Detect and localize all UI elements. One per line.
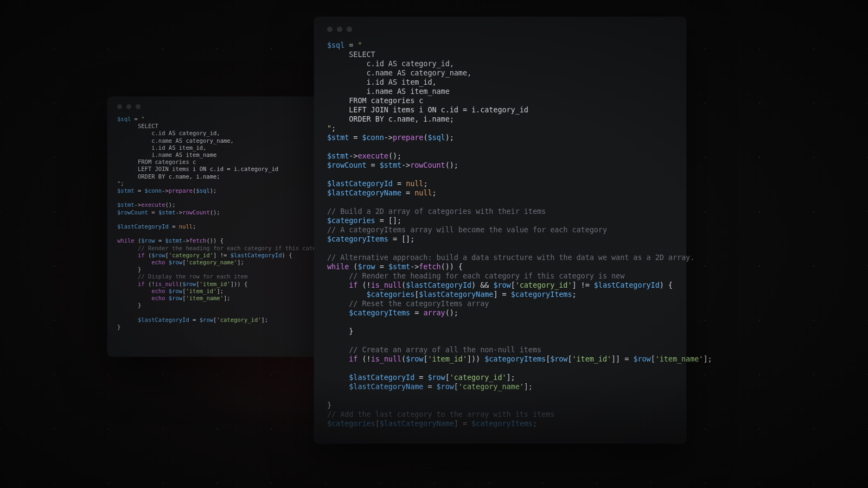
- code-block-small: $sql = " SELECT c.id AS category_id, c.n…: [117, 116, 315, 331]
- window-traffic-lights: [117, 104, 315, 109]
- code-window-large: $sql = " SELECT c.id AS category_id, c.n…: [314, 17, 686, 443]
- traffic-zoom-icon[interactable]: [136, 104, 141, 109]
- code-window-small: $sql = " SELECT c.id AS category_id, c.n…: [107, 97, 324, 357]
- traffic-minimize-icon[interactable]: [337, 27, 342, 32]
- code-block-large: $sql = " SELECT c.id AS category_id, c.n…: [327, 41, 673, 428]
- traffic-close-icon[interactable]: [327, 27, 333, 32]
- window-traffic-lights: [327, 27, 673, 32]
- traffic-zoom-icon[interactable]: [347, 27, 352, 32]
- traffic-minimize-icon[interactable]: [126, 104, 131, 109]
- traffic-close-icon[interactable]: [117, 104, 122, 109]
